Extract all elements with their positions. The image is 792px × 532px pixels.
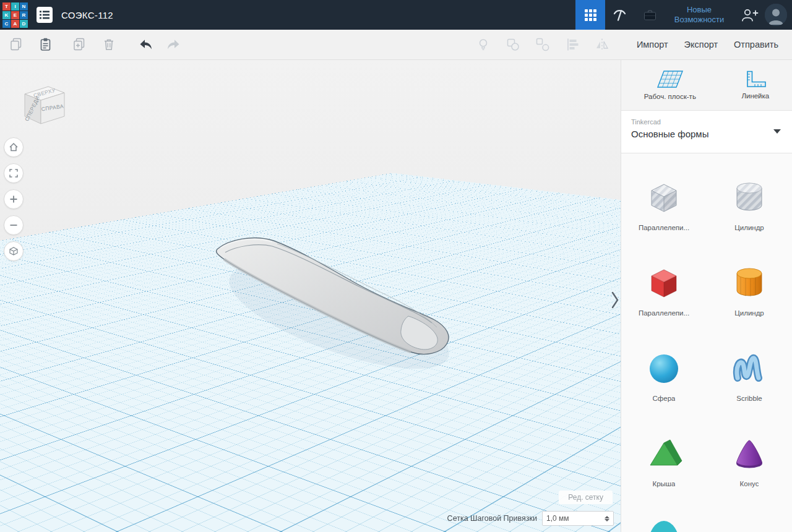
category-label: Основные формы [631,129,782,139]
minus-icon [9,221,18,230]
zoom-in-button[interactable] [4,189,24,209]
tinkercad-app: T I N K E R C A D СОЭКС-112 [0,0,792,532]
panel-collapse-handle[interactable] [609,288,621,314]
group-icon [505,36,521,53]
shape-item-roof[interactable]: Крыша [621,433,707,487]
striped-box-icon [644,177,684,217]
ungroup-icon [535,36,551,53]
shape-category-dropdown[interactable]: Tinkercad Основные формы [621,111,792,153]
chevron-right-icon [611,291,619,309]
red-box-icon [644,262,684,302]
briefcase-button[interactable] [635,0,665,30]
panel-tools: Рабоч. плоск-ть Линейка [621,59,792,111]
snap-grid-label: Сетка Шаговой Привязки [447,514,537,523]
orange-cylinder-icon [730,262,769,302]
perspective-toggle-button[interactable] [4,241,24,261]
edit-toolbar: Импорт Экспорт Отправить [0,30,792,60]
group-button[interactable] [503,35,523,54]
logo-letter: T [2,2,11,11]
logo-letter: K [2,11,11,19]
shape-item-box-hole[interactable]: Параллелепи... [621,177,707,231]
shape-label: Цилиндр [734,224,764,231]
duplicate-icon [71,36,87,53]
mirror-icon [594,36,610,53]
snap-grid-controls: Сетка Шаговой Привязки 1,0 мм [447,511,614,526]
design-properties-button[interactable] [37,7,53,23]
view-cube[interactable]: СВЕРХУ СПЕРЕДИ СПРАВА [14,78,68,129]
person-plus-icon [740,7,759,23]
io-buttons: Импорт Экспорт Отправить [632,36,783,53]
export-button[interactable]: Экспорт [679,36,723,53]
scribble-icon [730,348,769,387]
toolbar-right-cluster: Импорт Экспорт Отправить [473,35,783,54]
paste-button[interactable] [36,35,56,54]
model-object[interactable] [204,236,458,375]
ruler-icon [744,70,767,88]
logo-letter: A [11,20,19,28]
shape-item-cylinder[interactable]: Цилиндр [707,262,792,317]
avatar[interactable] [765,4,787,26]
home-view-button[interactable] [4,137,24,157]
perspective-cube-icon [8,246,19,257]
plus-icon [9,195,18,204]
app-header: T I N K E R C A D СОЭКС-112 [0,0,792,30]
shapes-panel: Рабоч. плоск-ть Линейка Tinkercad Основн… [621,59,792,532]
shape-item-partial[interactable] [621,518,707,532]
edit-grid-button[interactable]: Ред. сетку [559,491,613,504]
new-features-link[interactable]: Новые Возможности [668,5,730,25]
workplane-tool[interactable]: Рабоч. плоск-ть [644,69,696,100]
ungroup-button[interactable] [533,35,553,54]
striped-cylinder-icon [730,177,769,217]
workplane-label: Рабоч. плоск-ть [644,93,696,100]
shape-item-scribble[interactable]: Scribble [707,348,792,402]
zoom-out-button[interactable] [4,215,24,235]
shape-label: Сфера [653,395,676,402]
align-icon [564,36,580,53]
shape-label: Цилиндр [734,309,764,317]
design-title[interactable]: СОЭКС-112 [61,10,113,20]
ruler-label: Линейка [741,92,769,100]
mirror-button[interactable] [592,35,612,54]
3d-viewport[interactable]: СВЕРХУ СПЕРЕДИ СПРАВА [0,59,621,532]
fit-view-icon [9,168,19,178]
select-caret-icon [605,516,609,521]
logo-letter: I [11,2,19,11]
lightbulb-icon [475,36,491,53]
redo-icon [166,37,183,52]
duplicate-button[interactable] [69,35,89,54]
shape-item-cylinder-hole[interactable]: Цилиндр [707,177,792,231]
copy-button[interactable] [6,35,26,54]
shape-label: Scribble [736,395,762,402]
tips-button[interactable] [473,35,493,54]
invite-people-button[interactable] [740,7,759,23]
delete-button[interactable] [99,35,119,54]
list-icon [37,7,53,23]
avatar-photo [765,4,787,26]
shape-item-sphere[interactable]: Сфера [621,348,707,402]
shape-label: Параллелепи... [639,224,689,231]
header-right-cluster: Новые Возможности [575,0,792,30]
chevron-down-icon [773,129,781,134]
redo-button[interactable] [165,35,184,54]
logo-letter: N [20,2,28,11]
snap-grid-select[interactable]: 1,0 мм [542,511,614,526]
sphere-icon [644,348,684,387]
shape-label: Конус [740,480,759,487]
send-button[interactable]: Отправить [729,36,783,53]
brand-label: Tinkercad [631,118,782,126]
shape-item-box[interactable]: Параллелепи... [621,262,707,317]
minecraft-export-button[interactable] [605,0,635,30]
snap-grid-value: 1,0 мм [546,514,569,523]
align-button[interactable] [562,35,582,54]
fit-view-button[interactable] [4,163,24,183]
tinkercad-logo[interactable]: T I N K E R C A D [2,2,28,28]
undo-button[interactable] [135,35,155,54]
shape-item-cone[interactable]: Конус [707,433,792,487]
designs-grid-button[interactable] [575,0,605,30]
import-button[interactable]: Импорт [632,36,673,53]
paste-icon [38,36,54,53]
shape-label: Крыша [653,480,676,487]
logo-letter: E [11,11,19,19]
ruler-tool[interactable]: Линейка [741,70,769,100]
shape-label: Параллелепи... [639,309,689,317]
